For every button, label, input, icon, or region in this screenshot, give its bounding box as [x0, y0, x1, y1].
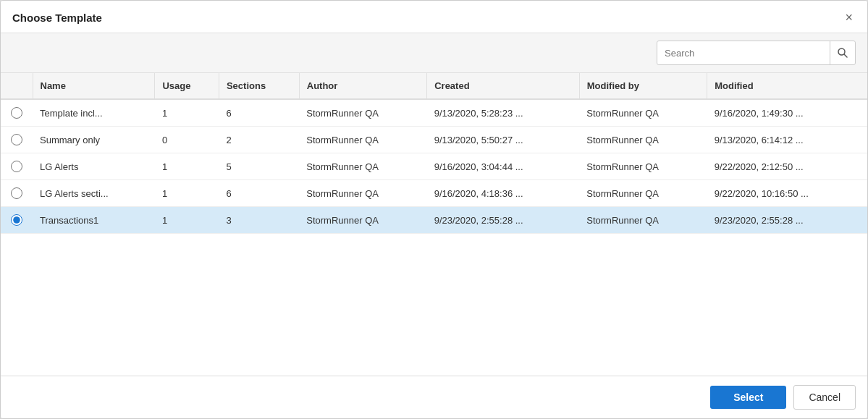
cell-created: 9/16/2020, 3:04:44 ... — [427, 153, 580, 180]
cell-modified_by: StormRunner QA — [579, 127, 707, 153]
cell-usage: 1 — [155, 207, 219, 234]
template-radio[interactable] — [11, 134, 22, 145]
table-row[interactable]: LG Alerts secti...16StormRunner QA9/16/2… — [1, 180, 867, 207]
cell-created: 9/23/2020, 2:55:28 ... — [427, 207, 580, 234]
dialog-header: Choose Template × — [1, 1, 867, 33]
cell-author: StormRunner QA — [299, 207, 426, 234]
col-radio — [1, 73, 33, 99]
cell-modified: 9/23/2020, 2:55:28 ... — [707, 207, 867, 234]
cell-name: Transactions1 — [33, 207, 155, 234]
cell-modified_by: StormRunner QA — [579, 207, 707, 234]
cell-usage: 0 — [155, 127, 219, 153]
col-modified-by: Modified by — [579, 73, 707, 99]
cell-name: Template incl... — [33, 99, 155, 127]
radio-cell — [1, 99, 33, 127]
cell-sections: 6 — [219, 180, 299, 207]
cell-author: StormRunner QA — [299, 99, 426, 127]
template-table: Name Usage Sections Author Created Modif… — [1, 73, 867, 234]
select-button[interactable]: Select — [710, 386, 786, 409]
cell-modified: 9/16/2020, 1:49:30 ... — [707, 99, 867, 127]
col-sections: Sections — [219, 73, 299, 99]
svg-line-1 — [844, 54, 847, 57]
col-author: Author — [299, 73, 426, 99]
col-modified: Modified — [707, 73, 867, 99]
radio-cell — [1, 207, 33, 234]
col-usage: Usage — [155, 73, 219, 99]
cell-sections: 6 — [219, 99, 299, 127]
cell-author: StormRunner QA — [299, 153, 426, 180]
template-radio[interactable] — [11, 187, 22, 199]
table-row[interactable]: Template incl...16StormRunner QA9/13/202… — [1, 99, 867, 127]
col-name: Name — [33, 73, 155, 99]
table-row[interactable]: LG Alerts15StormRunner QA9/16/2020, 3:04… — [1, 153, 867, 180]
cell-author: StormRunner QA — [299, 127, 426, 153]
radio-cell — [1, 180, 33, 207]
table-row[interactable]: Transactions113StormRunner QA9/23/2020, … — [1, 207, 867, 234]
template-radio[interactable] — [11, 161, 22, 172]
table-row[interactable]: Summary only02StormRunner QA9/13/2020, 5… — [1, 127, 867, 153]
cell-sections: 3 — [219, 207, 299, 234]
cell-usage: 1 — [155, 99, 219, 127]
dialog-footer: Select Cancel — [1, 376, 867, 418]
search-wrapper — [657, 41, 856, 65]
close-button[interactable]: × — [842, 9, 856, 25]
cell-name: LG Alerts — [33, 153, 155, 180]
cell-author: StormRunner QA — [299, 180, 426, 207]
search-icon — [838, 48, 848, 58]
cell-created: 9/13/2020, 5:28:23 ... — [427, 99, 580, 127]
radio-cell — [1, 127, 33, 153]
cell-modified_by: StormRunner QA — [579, 99, 707, 127]
cell-created: 9/16/2020, 4:18:36 ... — [427, 180, 580, 207]
cell-sections: 5 — [219, 153, 299, 180]
table-body: Template incl...16StormRunner QA9/13/202… — [1, 99, 867, 234]
cell-modified: 9/22/2020, 10:16:50 ... — [707, 180, 867, 207]
table-header-row: Name Usage Sections Author Created Modif… — [1, 73, 867, 99]
template-radio[interactable] — [11, 107, 22, 119]
table-area: Name Usage Sections Author Created Modif… — [1, 73, 867, 376]
cell-modified: 9/22/2020, 2:12:50 ... — [707, 153, 867, 180]
cell-name: LG Alerts secti... — [33, 180, 155, 207]
search-button[interactable] — [830, 41, 855, 64]
search-input[interactable] — [657, 48, 830, 59]
cell-modified_by: StormRunner QA — [579, 153, 707, 180]
cell-modified_by: StormRunner QA — [579, 180, 707, 207]
toolbar — [1, 33, 867, 73]
choose-template-dialog: Choose Template × Name Usage Sections — [0, 0, 868, 419]
cell-modified: 9/13/2020, 6:14:12 ... — [707, 127, 867, 153]
cell-usage: 1 — [155, 153, 219, 180]
col-created: Created — [427, 73, 580, 99]
cell-sections: 2 — [219, 127, 299, 153]
cell-created: 9/13/2020, 5:50:27 ... — [427, 127, 580, 153]
cell-usage: 1 — [155, 180, 219, 207]
dialog-title: Choose Template — [12, 12, 102, 24]
cell-name: Summary only — [33, 127, 155, 153]
cancel-button[interactable]: Cancel — [793, 385, 856, 410]
radio-cell — [1, 153, 33, 180]
template-radio[interactable] — [11, 214, 22, 226]
